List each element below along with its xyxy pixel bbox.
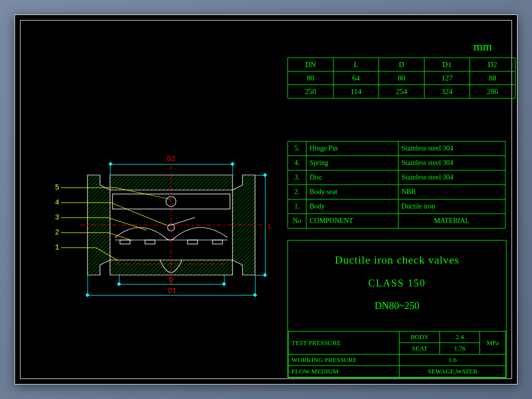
table-row: 3.DiscStainless steel 304	[288, 170, 506, 185]
table-header-row: DN L D D1 D2	[288, 58, 516, 72]
dim-l: L	[268, 222, 272, 230]
title-block: Ductile iron check valves CLASS 150 DN80…	[288, 240, 506, 378]
callout-1: 1	[55, 244, 59, 252]
working-pressure-label: WORKING PRESSURE	[288, 354, 400, 366]
table-row: 80 64 80 127 88	[288, 72, 516, 85]
dim-header: DN	[288, 58, 334, 72]
callout-2: 2	[55, 228, 59, 236]
callout-4: 4	[55, 198, 59, 206]
flow-medium-value: SEWAGE,WATER	[400, 366, 506, 378]
svg-line-3	[168, 218, 195, 226]
dim-header: D1	[424, 58, 470, 72]
table-row: 4.SpringStainless steel 304	[288, 156, 506, 170]
svg-rect-4	[120, 240, 130, 244]
spec-table: TEST PRESSURE BODY 2.4 MPa SEAT 1.76 WOR…	[288, 331, 506, 378]
seat-value: 1.76	[440, 343, 480, 354]
dim-header: D2	[470, 58, 516, 72]
table-row: 5.Hinge PinStainless steel 304	[288, 142, 506, 156]
dim-d: D	[169, 276, 173, 284]
section-drawing: D2 D D1 L 5 4 3 2 1	[45, 140, 280, 310]
working-pressure-value: 1.6	[400, 354, 506, 366]
dim-d2: D2	[167, 155, 176, 163]
callout-5: 5	[55, 184, 59, 192]
svg-rect-5	[145, 240, 155, 244]
drawing-range: DN80~250	[288, 289, 506, 312]
table-row: 250 114 254 324 286	[288, 85, 516, 98]
table-header-row: NoCOMPONENTMATERIAL	[288, 214, 506, 228]
drawing-class: CLASS 150	[288, 266, 506, 289]
seat-label: SEAT	[400, 343, 440, 354]
table-row: 2.Body seatNBR	[288, 185, 506, 200]
svg-rect-6	[188, 240, 198, 244]
pressure-unit: MPa	[480, 332, 506, 354]
dim-header: D	[379, 58, 424, 72]
drawing-sheet: mm DN L D D1 D2 80 64 80 127 88 250 114 …	[14, 14, 518, 384]
dim-d1: D1	[168, 287, 176, 295]
table-row: 1.BodyDuctile iron	[288, 200, 506, 214]
drawing-title: Ductile iron check valves	[288, 240, 506, 266]
flow-medium-label: FLOW MEDIUM	[288, 366, 400, 378]
body-value: 2.4	[440, 332, 480, 343]
callout-3: 3	[55, 214, 59, 222]
dimension-table: DN L D D1 D2 80 64 80 127 88 250 114 254…	[288, 58, 516, 98]
valve-section-svg	[45, 140, 280, 310]
svg-rect-7	[212, 240, 222, 244]
unit-label: mm	[474, 40, 492, 54]
body-label: BODY	[400, 332, 440, 343]
test-pressure-label: TEST PRESSURE	[288, 332, 400, 354]
dim-header: L	[334, 58, 379, 72]
bom-table: 5.Hinge PinStainless steel 304 4.SpringS…	[288, 141, 506, 228]
